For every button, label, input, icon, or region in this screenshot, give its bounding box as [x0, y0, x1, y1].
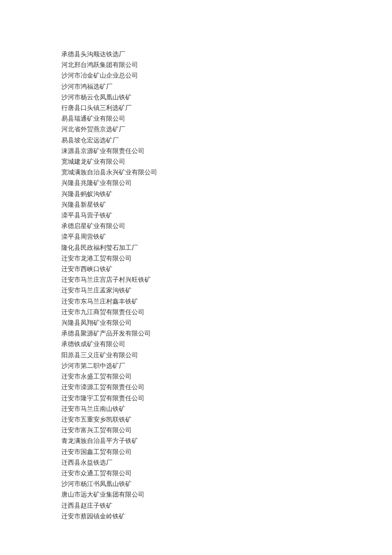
company-list: 承德县头沟顺达铁选厂河北邢台鸿跃集团有限公司沙河市冶金矿山企业总公司沙河市鸿福选…	[61, 49, 392, 522]
company-item: 迁安市滦源工贸有限责任公司	[61, 382, 392, 393]
company-item: 涞源县京源矿业有限责任公司	[61, 146, 392, 156]
company-item: 承德县头沟顺达铁选厂	[61, 49, 392, 60]
company-item: 兴隆县蚂蚁沟铁矿	[61, 189, 392, 199]
company-item: 河北邢台鸿跃集团有限公司	[61, 60, 392, 70]
company-item: 迁安市富兴工贸有限公司	[61, 425, 392, 436]
company-item: 迁安市蔡园镇金岭铁矿	[61, 511, 392, 522]
company-item: 青龙满族自治县平方子铁矿	[61, 436, 392, 446]
company-item: 宽城满族自治县永兴矿业有限公司	[61, 167, 392, 178]
company-item: 行唐县口头镇三利选矿厂	[61, 103, 392, 113]
company-item: 迁安市马兰庄宫店子村兴旺铁矿	[61, 275, 392, 285]
company-item: 迁安市九江商贸有限责任公司	[61, 307, 392, 318]
company-item: 兴隆县兆隆矿业有限公司	[61, 178, 392, 188]
company-item: 迁安市隆宇工贸有限责任公司	[61, 393, 392, 404]
company-item: 迁安市马兰庄南山铁矿	[61, 404, 392, 414]
company-item: 沙河市杨江书凤凰山铁矿	[61, 479, 392, 489]
company-item: 迁西县永益铁选厂	[61, 457, 392, 468]
company-item: 易县瑞通矿业有限公司	[61, 113, 392, 124]
company-item: 沙河市第二职中选矿厂	[61, 361, 392, 371]
company-item: 沙河市杨云仓凤凰山铁矿	[61, 92, 392, 103]
company-item: 兴隆县新星铁矿	[61, 199, 392, 210]
company-item: 迁安市国鑫工贸有限公司	[61, 447, 392, 457]
company-item: 河北省外贸燕京选矿厂	[61, 124, 392, 135]
company-item: 迁安市五重安乡凯联铁矿	[61, 414, 392, 425]
company-item: 迁安市马兰庄孟家沟铁矿	[61, 285, 392, 296]
company-item: 承德铁成矿业有限公司	[61, 339, 392, 350]
company-item: 承德启星矿业有限公司	[61, 221, 392, 231]
company-item: 迁安市众通工贸有限公司	[61, 468, 392, 479]
company-item: 迁安市龙港工贸有限公司	[61, 253, 392, 264]
company-item: 滦平县马营子铁矿	[61, 210, 392, 221]
company-item: 隆化县民政福利莹石加工厂	[61, 243, 392, 253]
company-item: 宽城建龙矿业有限公司	[61, 156, 392, 167]
company-item: 迁安市永盛工贸有限公司	[61, 371, 392, 382]
company-item: 阳原县三义庄矿业有限公司	[61, 350, 392, 361]
company-item: 沙河市鸿福选矿厂	[61, 81, 392, 92]
company-item: 滦平县周营铁矿	[61, 231, 392, 242]
company-item: 迁安市东马兰庄村鑫丰铁矿	[61, 296, 392, 307]
company-item: 兴隆县凤翔矿业有限公司	[61, 318, 392, 328]
company-item: 沙河市冶金矿山企业总公司	[61, 70, 392, 81]
company-item: 唐山市远大矿业集团有限公司	[61, 489, 392, 500]
company-item: 易县坡仓宏远选矿厂	[61, 135, 392, 146]
company-item: 承德县聚源矿产品开发有限公司	[61, 328, 392, 339]
company-item: 迁西县赵庄子铁矿	[61, 500, 392, 511]
company-item: 迁安市西峡口铁矿	[61, 264, 392, 275]
